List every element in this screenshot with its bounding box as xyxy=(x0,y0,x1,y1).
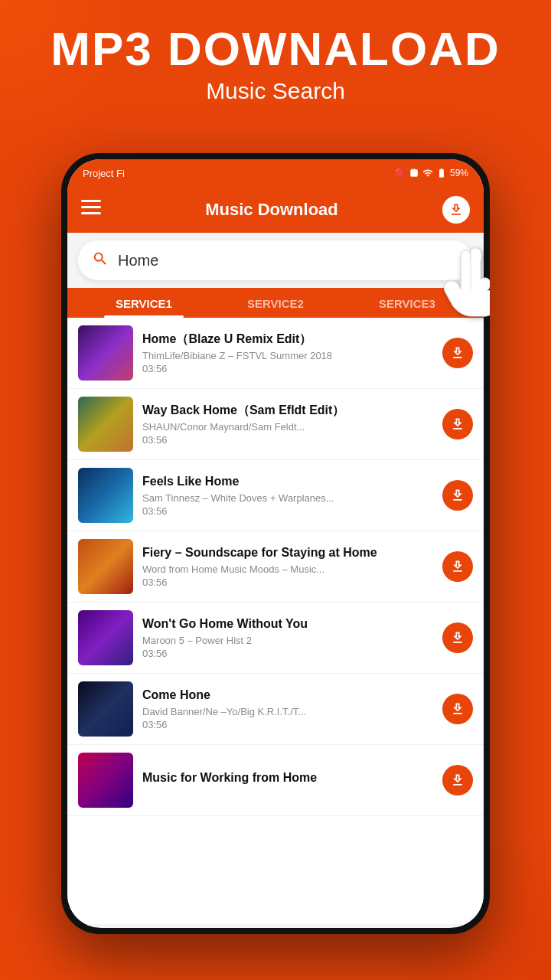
song-title: Home（Blaze U Remix Edit） xyxy=(142,332,433,348)
svg-rect-1 xyxy=(81,206,101,208)
status-bar: Project Fi 🔴 59% xyxy=(67,159,484,187)
song-download-button[interactable] xyxy=(442,765,473,795)
search-icon xyxy=(92,250,109,271)
song-thumbnail xyxy=(78,325,133,381)
download-icon xyxy=(450,488,465,503)
song-artist: David Banner/Ne –Yo/Big K.R.I.T./T... xyxy=(142,706,433,717)
app-header: Music Download xyxy=(67,187,484,233)
vibrate-icon xyxy=(409,168,419,178)
song-thumbnail xyxy=(78,468,133,523)
song-artist: SHAUN/Conor Maynard/Sam Feldt... xyxy=(142,421,433,433)
header-title: Music Download xyxy=(205,200,338,220)
tab-service1[interactable]: SERVICE1 xyxy=(78,288,210,318)
song-download-button[interactable] xyxy=(442,694,473,724)
song-artist: ThimLife/Bibiane Z – FSTVL Summer 2018 xyxy=(142,350,433,361)
song-thumbnail xyxy=(78,539,133,594)
song-download-button[interactable] xyxy=(442,480,473,511)
tab-service3[interactable]: SERVICE3 xyxy=(341,288,473,318)
song-thumbnail xyxy=(78,681,133,737)
song-download-button[interactable] xyxy=(442,338,473,368)
song-download-button[interactable] xyxy=(442,409,473,439)
song-info: Won't Go Home Without You Maroon 5 – Pow… xyxy=(142,616,433,660)
song-duration: 03:56 xyxy=(142,577,433,588)
download-icon xyxy=(450,345,465,361)
song-item: Come Hone David Banner/Ne –Yo/Big K.R.I.… xyxy=(67,674,484,745)
battery-percent: 59% xyxy=(450,168,468,178)
song-duration: 03:56 xyxy=(142,363,433,374)
song-title: Music for Working from Home xyxy=(142,770,433,786)
song-list: Home（Blaze U Remix Edit） ThimLife/Bibian… xyxy=(67,318,484,924)
promo-section: MP3 DOWNALOAD Music Search xyxy=(0,23,551,104)
song-title: Won't Go Home Without You xyxy=(142,616,433,632)
song-item: Feels Like Home Sam Tinnesz – White Dove… xyxy=(67,460,484,531)
song-item: Won't Go Home Without You Maroon 5 – Pow… xyxy=(67,603,484,674)
song-title: Feels Like Home xyxy=(142,474,433,490)
song-info: Fiery – Soundscape for Staying at Home W… xyxy=(142,545,433,589)
download-icon xyxy=(450,630,465,645)
song-info: Way Back Home（Sam Efldt Edit） SHAUN/Cono… xyxy=(142,403,433,446)
signal-icon xyxy=(422,168,433,178)
song-info: Come Hone David Banner/Ne –Yo/Big K.R.I.… xyxy=(142,688,433,731)
song-thumbnail xyxy=(78,397,133,452)
download-icon xyxy=(450,773,465,788)
song-thumbnail xyxy=(78,753,133,808)
song-title: Come Hone xyxy=(142,688,433,704)
song-download-button[interactable] xyxy=(442,551,473,582)
song-artist: Word from Home Music Moods – Music... xyxy=(142,564,433,575)
download-icon xyxy=(450,416,465,432)
service-tabs: SERVICE1 SERVICE2 SERVICE3 xyxy=(67,288,484,318)
battery-icon xyxy=(436,168,447,178)
download-icon xyxy=(448,202,464,217)
menu-button[interactable] xyxy=(81,200,101,220)
song-duration: 03:56 xyxy=(142,434,433,446)
song-info: Home（Blaze U Remix Edit） ThimLife/Bibian… xyxy=(142,332,433,375)
song-duration: 03:56 xyxy=(142,648,433,659)
song-duration: 03:56 xyxy=(142,719,433,730)
promo-subtitle: Music Search xyxy=(0,78,551,104)
carrier-label: Project Fi xyxy=(83,168,125,179)
song-thumbnail xyxy=(78,610,133,665)
svg-rect-0 xyxy=(81,200,101,202)
search-bar[interactable]: Home xyxy=(78,240,473,280)
song-artist: Maroon 5 – Power Hist 2 xyxy=(142,635,433,646)
song-artist: Sam Tinnesz – White Doves + Warplanes... xyxy=(142,492,433,504)
phone-frame: Project Fi 🔴 59% Music Download xyxy=(61,153,490,934)
song-item: Way Back Home（Sam Efldt Edit） SHAUN/Cono… xyxy=(67,389,484,460)
svg-rect-2 xyxy=(81,212,101,214)
phone-screen: Project Fi 🔴 59% Music Download xyxy=(67,159,484,928)
song-duration: 03:56 xyxy=(142,505,433,517)
song-title: Way Back Home（Sam Efldt Edit） xyxy=(142,403,433,419)
song-item: Fiery – Soundscape for Staying at Home W… xyxy=(67,531,484,603)
song-title: Fiery – Soundscape for Staying at Home xyxy=(142,545,433,561)
song-download-button[interactable] xyxy=(442,622,473,653)
download-icon xyxy=(450,701,465,717)
download-icon xyxy=(450,559,465,574)
bluetooth-icon: 🔴 xyxy=(394,168,406,178)
header-download-button[interactable] xyxy=(442,196,470,224)
search-input[interactable]: Home xyxy=(118,252,459,270)
status-icons: 🔴 59% xyxy=(394,168,468,178)
song-item: Music for Working from Home xyxy=(67,745,484,816)
song-info: Music for Working from Home xyxy=(142,770,433,791)
promo-title: MP3 DOWNALOAD xyxy=(0,23,551,75)
tab-service2[interactable]: SERVICE2 xyxy=(210,288,341,318)
song-item: Home（Blaze U Remix Edit） ThimLife/Bibian… xyxy=(67,318,484,389)
song-info: Feels Like Home Sam Tinnesz – White Dove… xyxy=(142,474,433,518)
